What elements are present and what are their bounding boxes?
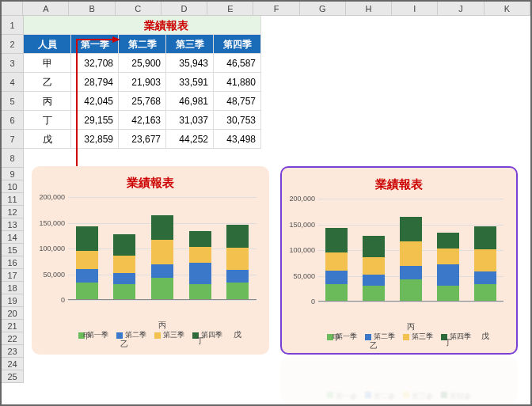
bar-丁: 丁 <box>189 231 211 299</box>
data-cell[interactable]: 21,903 <box>119 73 166 92</box>
data-cell[interactable]: 29,155 <box>71 111 119 130</box>
row-header-21[interactable]: 21 <box>2 320 24 332</box>
x-tick-label: 乙 <box>363 340 385 351</box>
row-header-6[interactable]: 6 <box>2 111 24 130</box>
data-cell[interactable]: 46,587 <box>214 54 261 73</box>
cell-grid: 業績報表 人員第一季第二季第三季第四季 甲32,70825,90035,9434… <box>24 16 261 149</box>
data-cell[interactable]: 42,163 <box>119 111 166 130</box>
row-header-24[interactable]: 24 <box>2 358 24 370</box>
name-cell[interactable]: 乙 <box>24 73 71 92</box>
row-header-22[interactable]: 22 <box>2 332 24 345</box>
row-header-9[interactable]: 9 <box>2 168 24 180</box>
table-header[interactable]: 人員 <box>24 35 71 54</box>
table-header[interactable]: 第一季 <box>71 35 119 54</box>
row-headers: 1234567891011121314151617181920212223242… <box>2 16 24 383</box>
row-header-19[interactable]: 19 <box>2 294 24 307</box>
data-cell[interactable]: 42,045 <box>71 92 119 111</box>
data-cell[interactable]: 46,981 <box>166 92 214 111</box>
data-cell[interactable]: 35,943 <box>166 54 214 73</box>
chart-left[interactable]: 業績報表 050,000100,000150,000200,000 甲乙丙丁戊 … <box>32 166 269 355</box>
col-header-H[interactable]: H <box>346 2 392 15</box>
column-headers: ABCDEFGHIJK <box>2 2 530 16</box>
row-header-16[interactable]: 16 <box>2 256 24 269</box>
col-header-F[interactable]: F <box>253 2 299 15</box>
row-header-10[interactable]: 10 <box>2 180 24 193</box>
name-cell[interactable]: 甲 <box>24 54 71 73</box>
data-cell[interactable]: 32,708 <box>71 54 119 73</box>
col-header-G[interactable]: G <box>300 2 346 15</box>
data-cell[interactable]: 33,591 <box>166 73 214 92</box>
col-header-B[interactable]: B <box>69 2 115 15</box>
data-cell[interactable]: 23,677 <box>119 130 166 149</box>
table-header[interactable]: 第四季 <box>214 35 261 54</box>
data-cell[interactable]: 43,498 <box>214 130 261 149</box>
row-header-11[interactable]: 11 <box>2 193 24 206</box>
data-cell[interactable]: 41,880 <box>214 73 261 92</box>
legend-item: 第三季 <box>154 330 184 340</box>
table-header[interactable]: 第二季 <box>119 35 166 54</box>
data-cell[interactable]: 25,768 <box>119 92 166 111</box>
data-cell[interactable]: 25,900 <box>119 54 166 73</box>
row-header-5[interactable]: 5 <box>2 92 24 111</box>
y-tick-label: 100,000 <box>289 246 315 254</box>
name-cell[interactable]: 戊 <box>24 130 71 149</box>
bar-丙: 丙 <box>400 217 422 301</box>
row-header-2[interactable]: 2 <box>2 35 24 54</box>
bar-甲: 甲 <box>76 226 98 299</box>
title-cell[interactable]: 業績報表 <box>24 16 261 35</box>
bar-丙: 丙 <box>151 215 173 299</box>
row-header-15[interactable]: 15 <box>2 244 24 256</box>
table-header[interactable]: 第三季 <box>166 35 214 54</box>
x-tick-label: 丙 <box>400 321 422 332</box>
y-tick-label: 150,000 <box>39 219 65 227</box>
row-header-1[interactable]: 1 <box>2 16 24 35</box>
table-row: 戊32,85923,67744,25243,498 <box>24 130 261 149</box>
col-header-E[interactable]: E <box>207 2 253 15</box>
y-tick-label: 200,000 <box>289 195 315 203</box>
table-row: 丁29,15542,16331,03730,753 <box>24 111 261 130</box>
chart-plot-area: 050,000100,000150,000200,000 甲乙丙丁戊 <box>288 199 510 317</box>
chart-right[interactable]: 業績報表 050,000100,000150,000200,000 甲乙丙丁戊 … <box>280 166 518 355</box>
corner-cell[interactable] <box>2 2 23 15</box>
y-tick-label: 50,000 <box>293 272 315 280</box>
bar-乙: 乙 <box>113 234 135 299</box>
data-cell[interactable]: 44,252 <box>166 130 214 149</box>
name-cell[interactable]: 丙 <box>24 92 71 111</box>
name-cell[interactable]: 丁 <box>24 111 71 130</box>
bar-戊: 戊 <box>474 226 496 301</box>
col-header-I[interactable]: I <box>392 2 438 15</box>
row-header-20[interactable]: 20 <box>2 307 24 320</box>
x-tick-label: 甲 <box>76 331 98 342</box>
x-tick-label: 丁 <box>189 336 211 347</box>
row-header-18[interactable]: 18 <box>2 282 24 294</box>
row-header-8[interactable]: 8 <box>2 149 24 168</box>
col-header-A[interactable]: A <box>23 2 69 15</box>
row-header-17[interactable]: 17 <box>2 269 24 282</box>
data-cell[interactable]: 48,757 <box>214 92 261 111</box>
row-header-23[interactable]: 23 <box>2 345 24 358</box>
x-tick-label: 丙 <box>151 320 173 331</box>
data-cell[interactable]: 32,859 <box>71 130 119 149</box>
data-cell[interactable]: 30,753 <box>214 111 261 130</box>
col-header-K[interactable]: K <box>484 2 530 15</box>
x-tick-label: 甲 <box>325 332 348 343</box>
row-header-12[interactable]: 12 <box>2 206 24 218</box>
col-header-J[interactable]: J <box>438 2 484 15</box>
row-header-4[interactable]: 4 <box>2 73 24 92</box>
row-header-3[interactable]: 3 <box>2 54 24 73</box>
chart-reflection: 第一季 第二季 第三季 第四季 <box>280 356 518 404</box>
row-header-25[interactable]: 25 <box>2 370 24 383</box>
bar-甲: 甲 <box>325 228 348 301</box>
data-cell[interactable]: 28,794 <box>71 73 119 92</box>
data-cell[interactable]: 31,037 <box>166 111 214 130</box>
chart-title: 業績報表 <box>38 173 263 197</box>
col-header-D[interactable]: D <box>162 2 207 15</box>
col-header-C[interactable]: C <box>116 2 162 15</box>
row-header-7[interactable]: 7 <box>2 130 24 149</box>
x-tick-label: 戊 <box>474 331 496 342</box>
row-header-14[interactable]: 14 <box>2 231 24 244</box>
x-tick-label: 丁 <box>437 337 459 348</box>
y-tick-label: 100,000 <box>39 245 65 252</box>
legend-item: 第三季 <box>403 332 433 342</box>
row-header-13[interactable]: 13 <box>2 218 24 231</box>
